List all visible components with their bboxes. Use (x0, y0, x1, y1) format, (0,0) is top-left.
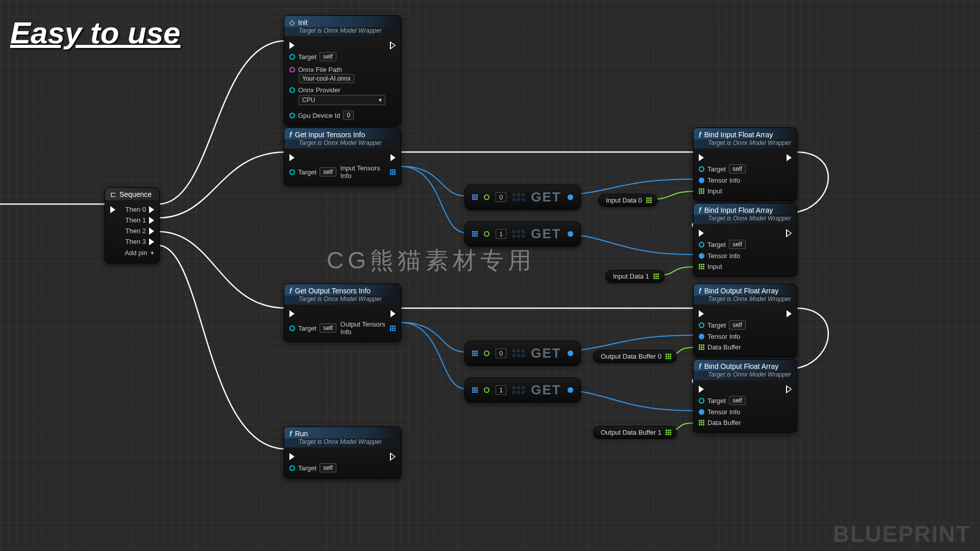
var-input-data-0[interactable]: Input Data 0 (598, 194, 657, 207)
watermark: CG熊猫素材专用 (327, 245, 535, 277)
pin-output[interactable]: Input Tensors Info (340, 164, 387, 180)
pin-output[interactable]: Output Tensors Info (340, 320, 387, 336)
function-icon: f (699, 287, 701, 295)
page-title: Easy to use (10, 15, 181, 51)
init-icon: ◇ (289, 18, 295, 27)
pin-then1[interactable]: Then 1 (126, 216, 146, 224)
provider-select[interactable]: CPU▾ (299, 95, 385, 105)
node-bind-output-1[interactable]: fBind Output Float Array Target is Onnx … (693, 359, 797, 433)
add-pin-button[interactable]: Add pin+ (110, 247, 154, 259)
pin-gpu: Gpu Device Id (298, 112, 340, 119)
var-input-data-1[interactable]: Input Data 1 (605, 270, 665, 283)
function-icon: f (699, 206, 701, 214)
node-title: Bind Output Float Array (704, 287, 779, 295)
pin-then2[interactable]: Then 2 (126, 227, 146, 235)
function-icon: f (289, 287, 292, 295)
node-subtitle: Target is Onnx Model Wrapper (694, 139, 797, 148)
node-title: Run (295, 430, 308, 438)
node-title: Bind Output Float Array (704, 362, 779, 370)
function-icon: f (699, 131, 701, 139)
node-array-get-3[interactable]: 1 GET (464, 378, 581, 403)
node-title: Bind Input Float Array (704, 131, 773, 139)
node-subtitle: Target is Onnx Model Wrapper (284, 295, 401, 305)
function-icon: f (289, 131, 292, 139)
node-title: Get Output Tensors Info (295, 287, 371, 295)
pin-target[interactable]: Target (298, 464, 316, 472)
node-init[interactable]: ◇Init Target is Onnx Model Wrapper Targe… (284, 15, 401, 126)
var-output-buffer-1[interactable]: Output Data Buffer 1 (593, 426, 677, 439)
node-subtitle: Target is Onnx Model Wrapper (284, 438, 401, 447)
pin-target[interactable]: Target (298, 324, 316, 332)
node-array-get-0[interactable]: 0 GET (464, 185, 581, 210)
node-title: Get Input Tensors Info (295, 131, 365, 139)
gpu-value[interactable]: 0 (343, 111, 354, 120)
node-subtitle: Target is Onnx Model Wrapper (694, 215, 797, 224)
function-icon: f (289, 430, 292, 438)
node-sequence[interactable]: ⊏Sequence Then 0 Then 1 Then 2 Then 3 Ad… (105, 187, 160, 263)
node-bind-output-0[interactable]: fBind Output Float Array Target is Onnx … (693, 284, 797, 357)
target-self[interactable]: self (320, 52, 336, 61)
node-subtitle: Target is Onnx Model Wrapper (694, 295, 797, 305)
filepath-value[interactable]: Your-cool-AI.onnx (299, 74, 354, 83)
sequence-icon: ⊏ (110, 190, 116, 198)
node-array-get-2[interactable]: 0 GET (464, 341, 581, 366)
node-subtitle: Target is Onnx Model Wrapper (284, 27, 401, 36)
node-title: Sequence (119, 190, 152, 198)
node-title: Init (298, 18, 308, 27)
pin-target[interactable]: Target (298, 53, 316, 61)
node-array-get-1[interactable]: 1 GET (464, 221, 581, 246)
pin-target[interactable]: Target (298, 168, 316, 176)
node-run[interactable]: fRun Target is Onnx Model Wrapper Target… (284, 427, 401, 479)
pin-filepath: Onnx File Path (298, 66, 342, 73)
node-subtitle: Target is Onnx Model Wrapper (694, 371, 797, 380)
node-title: Bind Input Float Array (704, 206, 773, 214)
function-icon: f (699, 362, 701, 370)
brand-label: BLUEPRINT (833, 521, 971, 547)
pin-provider: Onnx Provider (298, 86, 340, 94)
pin-then0[interactable]: Then 0 (126, 206, 146, 213)
node-get-output-tensors[interactable]: fGet Output Tensors Info Target is Onnx … (284, 284, 401, 342)
pin-then3[interactable]: Then 3 (126, 238, 146, 245)
node-bind-input-0[interactable]: fBind Input Float Array Target is Onnx M… (693, 128, 797, 201)
var-output-buffer-0[interactable]: Output Data Buffer 0 (593, 350, 677, 363)
node-subtitle: Target is Onnx Model Wrapper (284, 139, 401, 148)
node-get-input-tensors[interactable]: fGet Input Tensors Info Target is Onnx M… (284, 128, 401, 186)
node-bind-input-1[interactable]: fBind Input Float Array Target is Onnx M… (693, 203, 797, 277)
